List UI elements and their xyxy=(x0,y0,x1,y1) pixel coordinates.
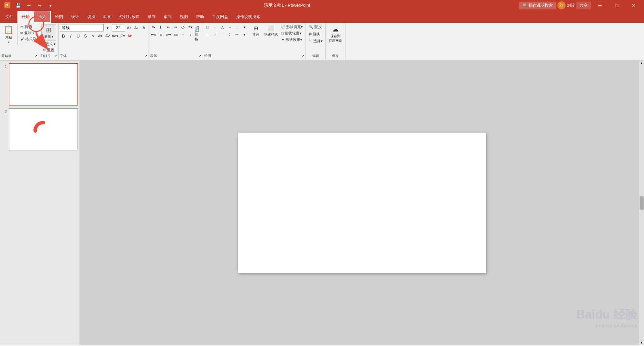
align-right[interactable]: ≡➡ xyxy=(165,31,172,38)
bold-button[interactable]: B xyxy=(60,33,67,39)
columns[interactable]: ⎓ xyxy=(180,31,186,38)
tab-record[interactable]: 录制 xyxy=(144,11,160,23)
font-size-dropdown[interactable]: Aa▾ xyxy=(112,33,118,39)
new-slide-dropdown[interactable]: ▾ xyxy=(52,35,53,39)
customize-quick-access[interactable]: ▾ xyxy=(46,1,55,10)
slides-label: 幻灯片 xyxy=(41,53,51,59)
drawing-expand[interactable]: ↗ xyxy=(302,54,304,58)
strikethrough-button[interactable]: S xyxy=(82,33,89,39)
minimize-button[interactable]: ─ xyxy=(592,0,608,11)
shape-outline-button[interactable]: □ 形状轮廓▾ xyxy=(280,30,304,36)
slide-item-2[interactable]: 2 xyxy=(1,108,78,150)
powerpoint-logo[interactable]: P xyxy=(3,1,12,10)
reset-button[interactable]: ↺ 重置 xyxy=(42,47,56,53)
tab-animations[interactable]: 动画 xyxy=(99,11,115,23)
shape-curve[interactable]: ⌒ xyxy=(219,31,226,38)
align-left[interactable]: ⬅≡ xyxy=(150,31,157,38)
find-button[interactable]: 🔍 查找 xyxy=(307,24,324,30)
highlight-color[interactable]: 🖊▾ xyxy=(119,33,126,39)
tab-search-help[interactable]: 操作说明搜索 xyxy=(232,11,264,23)
shape-rect[interactable]: □ xyxy=(204,24,211,30)
tab-insert[interactable]: 插入 xyxy=(34,11,51,23)
tab-review[interactable]: 审阅 xyxy=(160,11,176,23)
tab-transitions[interactable]: 切换 xyxy=(83,11,99,23)
shape-arrow-right[interactable]: → xyxy=(226,24,233,30)
shape-connector[interactable]: ⤴ xyxy=(226,31,233,38)
clear-format[interactable]: Ā xyxy=(141,25,147,31)
tab-baidu[interactable]: 百度网盘 xyxy=(208,11,232,23)
restore-button[interactable]: □ xyxy=(609,0,625,11)
shape-arrow-down[interactable]: ↓ xyxy=(234,24,240,30)
undo-quick-btn[interactable]: ↩ xyxy=(24,1,34,10)
copy-button[interactable]: ⧉ 复制 ▾ xyxy=(19,30,38,36)
arrange-button[interactable]: ⊞ 排列 xyxy=(250,24,262,38)
tab-file[interactable]: 文件 xyxy=(1,11,17,23)
quick-styles-button[interactable]: ⬜ 快速样式 xyxy=(263,24,279,38)
slide-thumb-2[interactable] xyxy=(9,108,78,150)
share-button[interactable]: 共享 xyxy=(576,2,591,9)
shape-triangle[interactable]: △ xyxy=(219,24,226,30)
layout-button[interactable]: □ 版式 ▾ xyxy=(41,41,57,47)
font-size-input[interactable] xyxy=(112,24,125,31)
shadow-button[interactable]: s xyxy=(90,33,96,39)
save-baidu-button[interactable]: ☁ 保存到百度网盘 xyxy=(327,24,344,44)
tab-slideshow[interactable]: 幻灯片放映 xyxy=(115,11,144,23)
text-direction[interactable]: ⭯ xyxy=(180,24,186,30)
font-color-dropdown[interactable]: A▾ xyxy=(97,33,104,39)
align-center[interactable]: ≡ xyxy=(158,31,164,38)
numbering-button[interactable]: 1. xyxy=(158,24,164,30)
vertical-scrollbar[interactable]: ▲ ▼ xyxy=(639,61,644,345)
shape-fill-button[interactable]: ▧ 形状填充▾ xyxy=(280,24,304,30)
increase-indent[interactable]: ⇥ xyxy=(172,24,179,30)
underline-button[interactable]: U xyxy=(75,33,82,39)
replace-button[interactable]: ⇄ 替换 xyxy=(307,31,324,37)
format-painter-button[interactable]: 🖌 格式刷 xyxy=(19,36,38,42)
paste-button[interactable]: 📋 粘贴 ▾ xyxy=(1,24,16,45)
text-align-dropdown[interactable]: ≡▾ xyxy=(187,24,194,30)
justify[interactable]: ≡≡ xyxy=(172,31,179,38)
bullets-button[interactable]: ≡• xyxy=(150,24,157,30)
tab-view[interactable]: 视图 xyxy=(176,11,192,23)
font-expand[interactable]: ↗ xyxy=(145,54,147,58)
cut-button[interactable]: ✂ 剪切 xyxy=(19,24,38,30)
paste-dropdown[interactable]: ▾ xyxy=(8,41,10,44)
font-name-dropdown[interactable]: ▾ xyxy=(104,25,111,31)
tab-home[interactable]: 开始 xyxy=(17,11,34,23)
font-name-input[interactable] xyxy=(60,24,104,31)
scroll-up-btn[interactable]: ▲ xyxy=(640,61,643,65)
tab-design[interactable]: 设计 xyxy=(67,11,83,23)
shape-effect-button[interactable]: ✦ 形状效果▾ xyxy=(280,37,304,43)
scroll-thumb[interactable] xyxy=(640,196,644,210)
shape-line[interactable]: — xyxy=(204,31,211,38)
select-button[interactable]: ↖ 选择▾ xyxy=(307,38,324,44)
slide-thumb-1[interactable] xyxy=(9,63,78,106)
close-button[interactable]: ✕ xyxy=(626,0,641,11)
slide-canvas[interactable] xyxy=(238,133,486,273)
shape-custom[interactable]: ✏ xyxy=(234,31,240,38)
clipboard-expand[interactable]: ↗ xyxy=(35,54,38,58)
font-size-up[interactable]: A↑ xyxy=(126,25,132,31)
user-avatar[interactable]: 刘 刘玲 xyxy=(557,1,575,9)
search-box[interactable]: 🔍 操作说明搜索 xyxy=(519,2,556,9)
slides-expand[interactable]: ↗ xyxy=(54,54,57,58)
save-quick-btn[interactable]: 💾 xyxy=(13,1,23,10)
italic-button[interactable]: I xyxy=(67,33,74,39)
shape-more[interactable]: ▾ xyxy=(241,24,248,30)
shape-line2[interactable]: ⟋ xyxy=(212,31,218,38)
group-editing: 🔍 查找 ⇄ 替换 ↖ 选择▾ 编辑 xyxy=(306,23,326,60)
new-slide-button[interactable]: ⊞ 新建 ▾ xyxy=(41,24,56,41)
slide-item-1[interactable]: 1 xyxy=(1,63,78,106)
scroll-down-btn[interactable]: ▼ xyxy=(640,341,643,344)
line-spacing[interactable]: ↕ xyxy=(187,31,194,38)
convert-smartart[interactable]: 🔄 转换 xyxy=(195,31,201,38)
tab-help[interactable]: 帮助 xyxy=(192,11,208,23)
char-spacing[interactable]: AV xyxy=(104,33,111,39)
tab-draw[interactable]: 绘图 xyxy=(51,11,67,23)
font-color[interactable]: A▾ xyxy=(126,33,133,39)
shape-parallelogram[interactable]: ▱ xyxy=(212,24,218,30)
redo-quick-btn[interactable]: ↪ xyxy=(35,1,44,10)
shape-more2[interactable]: ▾ xyxy=(241,31,248,38)
paragraph-expand[interactable]: ↗ xyxy=(199,54,201,58)
font-size-down[interactable]: A↓ xyxy=(133,25,140,31)
decrease-indent[interactable]: ⇤ xyxy=(165,24,172,30)
